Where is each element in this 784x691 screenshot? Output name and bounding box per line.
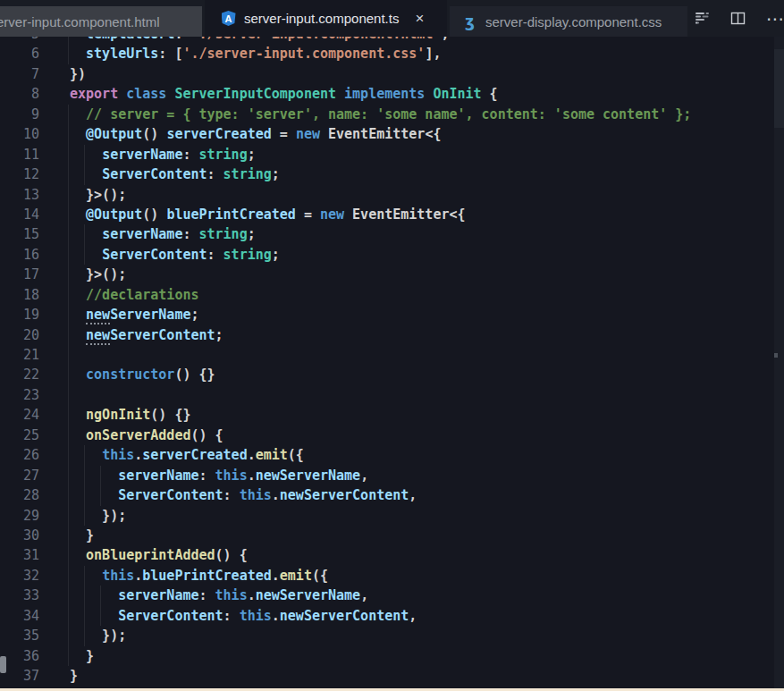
code-editor[interactable]: 5 templateUrl: './server-input.component…: [0, 37, 784, 688]
code-line[interactable]: 34 ServerContent: this.newServerContent,: [0, 606, 784, 626]
line-number: 24: [0, 405, 39, 425]
code-line[interactable]: 23: [0, 385, 784, 405]
code-text: [39, 385, 70, 405]
code-line[interactable]: 20 newServerContent;: [0, 325, 784, 345]
indent-guide: [68, 545, 69, 565]
indent-guide: [68, 164, 69, 184]
indent-guide: [100, 466, 101, 485]
indent-guide: [84, 445, 85, 465]
code-line[interactable]: 33 serverName: this.newServerName,: [0, 586, 784, 605]
code-line[interactable]: 16 ServerContent: string;: [0, 245, 784, 265]
line-number: 20: [0, 325, 39, 345]
indent-guide: [68, 526, 69, 545]
code-line[interactable]: 18 //declarations: [0, 285, 784, 305]
line-number: 13: [0, 185, 39, 205]
close-icon[interactable]: ×: [411, 11, 427, 26]
code-line[interactable]: 37}: [0, 666, 784, 686]
indent-guide: [84, 566, 85, 586]
code-line[interactable]: 19 newServerName;: [0, 305, 784, 324]
code-line[interactable]: 26 this.serverCreated.emit({: [0, 445, 784, 465]
vscode-window: erver-input.component.html A server-inpu…: [0, 0, 784, 691]
line-number: 35: [0, 626, 39, 645]
css-icon: ʒ: [462, 14, 477, 29]
indent-guide: [68, 105, 69, 124]
code-line[interactable]: 17 }>();: [0, 265, 784, 284]
code-text: }): [39, 64, 86, 84]
line-number: 19: [0, 305, 39, 324]
code-text: }>();: [39, 185, 126, 205]
code-text: ngOnInit() {}: [39, 405, 190, 425]
indent-guide: [68, 626, 69, 645]
code-text: serverName: string;: [39, 145, 256, 164]
code-text: ServerContent: this.newServerContent,: [39, 485, 417, 505]
indent-guide: [68, 606, 69, 626]
tab-server-input-component-html[interactable]: erver-input.component.html: [0, 6, 202, 37]
indent-guide: [68, 37, 69, 44]
line-number: 9: [0, 105, 39, 124]
code-line[interactable]: 13 }>();: [0, 185, 784, 205]
code-line[interactable]: 22 constructor() {}: [0, 365, 784, 384]
code-text: });: [39, 626, 126, 645]
line-number: 5: [0, 37, 39, 44]
code-text: }: [39, 526, 94, 545]
code-line[interactable]: 15 serverName: string;: [0, 224, 784, 244]
tab-label: server-display.component.css: [485, 14, 662, 29]
code-line[interactable]: 5 templateUrl: './server-input.component…: [0, 37, 784, 44]
indent-guide: [68, 124, 69, 144]
prettier-icon[interactable]: [695, 12, 710, 26]
indent-guide: [68, 586, 69, 605]
scrollbar[interactable]: [774, 37, 784, 688]
code-text: onBlueprintAdded() {: [39, 545, 248, 565]
scrollbar-thumb[interactable]: [774, 49, 784, 128]
code-line[interactable]: 32 this.bluePrintCreated.emit({: [0, 566, 784, 586]
code-line[interactable]: 10 @Output() serverCreated = new EventEm…: [0, 124, 784, 144]
line-number: 15: [0, 224, 39, 244]
indent-guide: [68, 345, 69, 365]
code-line[interactable]: 6 styleUrls: ['./server-input.component.…: [0, 44, 784, 63]
line-number: 7: [0, 64, 39, 84]
code-text: }: [39, 666, 78, 686]
overview-ruler-marker: [774, 353, 778, 358]
code-line[interactable]: 35 });: [0, 626, 784, 645]
indent-guide: [84, 145, 85, 164]
split-editor-icon[interactable]: [730, 11, 746, 26]
code-line[interactable]: 27 serverName: this.newServerName,: [0, 466, 784, 485]
code-text: //declarations: [39, 285, 199, 305]
code-text: }: [39, 646, 94, 666]
code-line[interactable]: 12 ServerContent: string;: [0, 164, 784, 184]
code-line[interactable]: 14 @Output() bluePrintCreated = new Even…: [0, 205, 784, 224]
indent-guide: [84, 245, 85, 265]
tab-server-input-component-ts[interactable]: A server-input.component.ts ×: [205, 0, 447, 37]
code-line[interactable]: 29 });: [0, 506, 784, 526]
indent-guide: [68, 285, 69, 305]
code-line[interactable]: 21: [0, 345, 784, 365]
code-line[interactable]: 9 // server = { type: 'server', name: 's…: [0, 105, 784, 124]
line-number: 28: [0, 485, 39, 505]
indent-guide: [84, 466, 85, 485]
tab-bar-actions: ⋯: [687, 0, 784, 37]
indent-guide: [68, 44, 69, 63]
indent-guide: [68, 646, 69, 666]
indent-guide: [84, 506, 85, 526]
indent-guide: [68, 426, 69, 445]
line-number: 21: [0, 345, 39, 365]
code-line[interactable]: 8export class ServerInputComponent imple…: [0, 84, 784, 104]
code-line[interactable]: 11 serverName: string;: [0, 145, 784, 164]
line-number: 11: [0, 145, 39, 164]
indent-guide: [68, 485, 69, 505]
code-line[interactable]: 36 }: [0, 646, 784, 666]
code-line[interactable]: 28 ServerContent: this.newServerContent,: [0, 485, 784, 505]
tab-server-display-component-css[interactable]: ʒ server-display.component.css: [450, 6, 687, 37]
indent-guide: [68, 566, 69, 586]
code-line[interactable]: 25 onServerAdded() {: [0, 426, 784, 445]
code-text: // server = { type: 'server', name: 'som…: [39, 105, 691, 124]
code-line[interactable]: 30 }: [0, 526, 784, 545]
more-actions-icon[interactable]: ⋯: [766, 8, 782, 29]
line-number: 23: [0, 385, 39, 405]
code-line[interactable]: 7}): [0, 64, 784, 84]
line-number: 16: [0, 245, 39, 265]
code-line[interactable]: 31 onBlueprintAdded() {: [0, 545, 784, 565]
code-text: }>();: [39, 265, 126, 284]
code-line[interactable]: 24 ngOnInit() {}: [0, 405, 784, 425]
indent-guide: [84, 485, 85, 505]
